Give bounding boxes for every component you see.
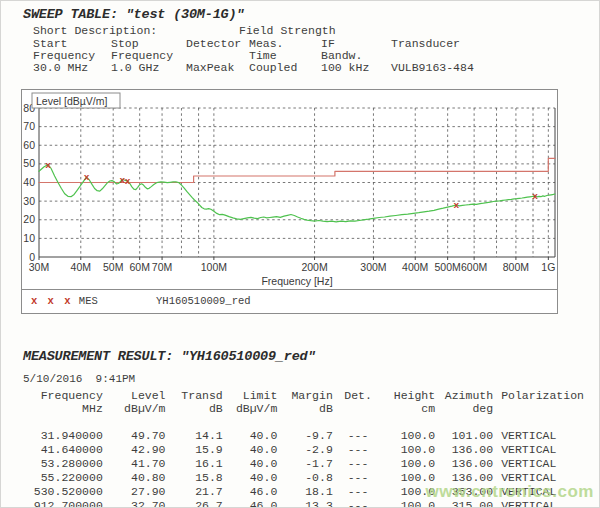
result-cell-1-5: ---: [333, 442, 384, 456]
result-cell-5-1: 32.70: [103, 498, 166, 508]
result-cell-3-5: ---: [333, 470, 384, 484]
result-cell-4-2: 21.7: [166, 484, 223, 498]
result-cell-2-3: 40.0: [223, 456, 278, 470]
series-limit: [39, 158, 555, 182]
result-cell-5-0: 912.700000: [23, 498, 103, 508]
result-cell-2-7: 136.00: [435, 456, 493, 470]
result-header-row: FrequencyLevelTransdLimitMarginDet.Heigh…: [23, 389, 595, 402]
sweep-cell-value-5: VULB9163-484: [391, 61, 474, 74]
sweep-cell-value-3: Coupled: [249, 61, 297, 74]
result-header-h1-5: Det.: [333, 389, 384, 402]
result-header-h2-3: dBµV/m: [223, 402, 278, 415]
result-cell-2-2: 16.1: [166, 456, 223, 470]
result-cell-0-7: 101.00: [435, 428, 493, 442]
x-tick-label: 800M: [503, 261, 529, 273]
sweep-cell-value-1: 1.0 GHz: [111, 61, 159, 74]
result-cell-2-0: 53.280000: [23, 456, 103, 470]
result-cell-0-2: 14.1: [166, 428, 223, 442]
x-tick-label: 400M: [402, 261, 428, 273]
result-cell-0-1: 49.70: [103, 428, 166, 442]
result-header-h2-2: dB: [166, 402, 223, 415]
measurement-marker: x: [45, 160, 51, 171]
result-header-h2-1: dBµV/m: [103, 402, 166, 415]
result-cell-5-3: 46.0: [223, 498, 278, 508]
result-cell-4-5: ---: [333, 484, 384, 498]
result-header-h1-2: Transd: [166, 389, 223, 402]
result-cell-3-4: -0.8: [277, 470, 332, 484]
result-header-h2-0: MHz: [23, 402, 103, 415]
result-header-row: MHzdBµV/mdBdBµV/mdBcmdeg: [23, 402, 595, 415]
result-cell-2-6: 100.0: [383, 456, 435, 470]
result-cell-5-5: ---: [333, 498, 384, 508]
result-spacer-cell: [23, 415, 595, 428]
result-cell-3-1: 40.80: [103, 470, 166, 484]
result-cell-2-1: 41.70: [103, 456, 166, 470]
x-tick-label: 300M: [360, 261, 386, 273]
result-cell-1-1: 42.90: [103, 442, 166, 456]
sweep-cell-h1-5: Transducer: [391, 37, 460, 50]
result-header-h2-6: cm: [383, 402, 435, 415]
result-header-h1-1: Level: [103, 389, 166, 402]
measurement-marker: x: [84, 172, 90, 183]
result-spacer-row: [23, 415, 595, 428]
x-tick-label: 40M: [71, 261, 91, 273]
chart-legend: x x x MES YH160510009_red: [22, 289, 557, 314]
result-header-h1-8: Polarization: [493, 389, 595, 402]
result-header-h2-8: [493, 402, 595, 415]
x-tick-label: 600M: [461, 261, 487, 273]
measurement-marker: x: [125, 176, 131, 187]
result-cell-1-6: 100.0: [383, 442, 435, 456]
result-cell-1-7: 136.00: [435, 442, 493, 456]
y-axis-title: Level [dBµV/m]: [36, 95, 107, 107]
result-header-h1-7: Azimuth: [435, 389, 493, 402]
measurement-marker: x: [532, 191, 538, 202]
result-cell-0-0: 31.940000: [23, 428, 103, 442]
result-cell-0-8: VERTICAL: [493, 428, 595, 442]
y-tick-label: 60: [23, 139, 35, 151]
result-row-1: 41.64000042.9015.940.0-2.9---100.0136.00…: [23, 442, 595, 456]
legend-trace-name: YH160510009_red: [156, 295, 251, 307]
result-cell-4-0: 530.520000: [23, 484, 103, 498]
x-tick-label: 50M: [103, 261, 123, 273]
result-cell-0-4: -9.7: [277, 428, 332, 442]
y-tick-label: 70: [23, 120, 35, 132]
result-header-h1-6: Height: [383, 389, 435, 402]
result-header-h2-4: dB: [277, 402, 332, 415]
short-description-label: Short Description:: [33, 24, 157, 37]
result-cell-4-3: 46.0: [223, 484, 278, 498]
result-cell-1-3: 40.0: [223, 442, 278, 456]
sweep-cell-value-0: 30.0 MHz: [33, 61, 88, 74]
result-cell-0-5: ---: [333, 428, 384, 442]
y-tick-label: 40: [23, 176, 35, 188]
x-axis-title: Frequency [Hz]: [261, 275, 332, 287]
sweep-cell-h1-2: Detector: [186, 37, 241, 50]
series-measurement: [39, 164, 555, 221]
y-tick-label: 10: [23, 232, 35, 244]
y-tick-label: 20: [23, 213, 35, 225]
result-header-h1-0: Frequency: [23, 389, 103, 402]
result-cell-2-5: ---: [333, 456, 384, 470]
sweep-cell-value-4: 100 kHz: [321, 61, 369, 74]
result-cell-4-4: 18.1: [277, 484, 332, 498]
result-cell-3-0: 55.220000: [23, 470, 103, 484]
watermark-text: www.cntronics.com: [426, 482, 594, 502]
result-row-0: 31.94000049.7014.140.0-9.7---100.0101.00…: [23, 428, 595, 442]
result-cell-1-4: -2.9: [277, 442, 332, 456]
result-header-h1-3: Limit: [223, 389, 278, 402]
short-description-value: Field Strength: [239, 24, 336, 37]
measurement-result-section: MEASUREMENT RESULT: "YH160510009_red" 5/…: [23, 349, 595, 439]
y-tick-label: 50: [23, 157, 35, 169]
field-strength-chart: 0102030405060708030M40M50M60M70M100M200M…: [21, 89, 558, 314]
x-tick-label: 60M: [129, 261, 149, 273]
legend-label: MES: [79, 295, 98, 307]
legend-marker-symbols: x x x: [31, 295, 73, 307]
x-tick-label: 30M: [29, 261, 49, 273]
result-cell-2-4: -1.7: [277, 456, 332, 470]
result-cell-3-3: 40.0: [223, 470, 278, 484]
x-tick-label: 1G: [541, 261, 555, 273]
result-cell-0-3: 40.0: [223, 428, 278, 442]
result-cell-4-1: 27.90: [103, 484, 166, 498]
result-cell-1-8: VERTICAL: [493, 442, 595, 456]
report-page: SWEEP TABLE: "test (30M-1G)" Short Descr…: [0, 0, 600, 508]
result-cell-1-0: 41.640000: [23, 442, 103, 456]
